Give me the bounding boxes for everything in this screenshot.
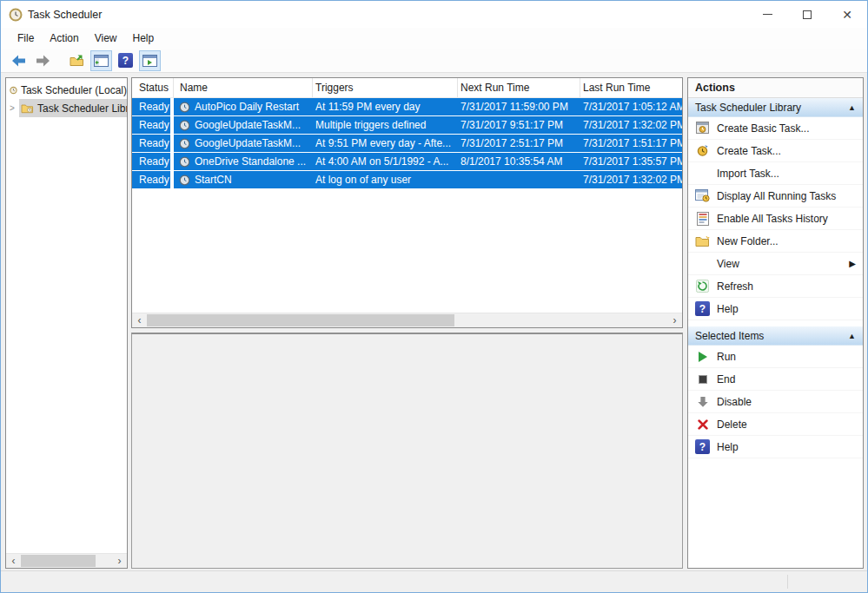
action-label: Import Task...	[717, 168, 779, 180]
menu-action[interactable]: Action	[42, 32, 86, 44]
cell-status: Ready	[132, 135, 170, 152]
clock-icon	[10, 84, 17, 96]
status-bar	[1, 570, 867, 592]
table-row[interactable]: Ready GoogleUpdateTaskM... Multiple trig…	[132, 116, 682, 134]
action-enable-all-tasks-history[interactable]: Enable All Tasks History	[688, 208, 863, 230]
action-create-task[interactable]: Create Task...	[688, 140, 863, 162]
chevron-up-icon[interactable]: ▲	[848, 103, 856, 112]
row-main: GoogleUpdateTaskM... Multiple triggers d…	[174, 116, 682, 134]
table-row[interactable]: Ready StartCN At log on of any user 7/31…	[132, 171, 682, 188]
center-column: Status Name Triggers Next Run Time Last …	[131, 77, 683, 569]
maximize-icon	[803, 10, 812, 19]
action-create-basic-task[interactable]: Create Basic Task...	[688, 117, 863, 140]
column-header-status[interactable]: Status	[132, 78, 174, 97]
table-row[interactable]: Ready GoogleUpdateTaskM... At 9:51 PM ev…	[132, 135, 682, 152]
action-refresh[interactable]: Refresh	[688, 275, 863, 298]
column-header-next-run-time[interactable]: Next Run Time	[458, 78, 580, 97]
up-one-level-button[interactable]	[66, 50, 88, 71]
action-label: View	[717, 258, 739, 270]
import-task-icon	[695, 167, 710, 181]
close-button[interactable]: ✕	[827, 1, 867, 28]
console-tree-panel: Task Scheduler (Local) > Task Scheduler …	[5, 77, 128, 569]
column-header-triggers[interactable]: Triggers	[313, 78, 458, 97]
forward-arrow-icon	[36, 55, 50, 67]
tree-item-selected: Task Scheduler Library	[19, 99, 127, 117]
action-disable[interactable]: Disable	[688, 391, 863, 413]
chevron-up-icon[interactable]: ▲	[848, 332, 856, 340]
task-clock-icon	[179, 175, 190, 186]
minimize-button[interactable]	[747, 1, 787, 28]
preview-pane	[131, 333, 683, 569]
cell-status: Ready	[132, 153, 170, 170]
action-help-selected[interactable]: ? Help	[688, 436, 863, 458]
cell-name: AutoPico Daily Restart	[174, 101, 313, 113]
column-header-name[interactable]: Name	[174, 78, 313, 97]
app-clock-icon	[9, 8, 23, 22]
action-label: Display All Running Tasks	[717, 190, 836, 202]
cell-last-run: 7/31/2017 1:05:12 AM	[580, 101, 682, 113]
help-button[interactable]: ?	[115, 50, 136, 71]
action-new-folder[interactable]: New Folder...	[688, 230, 863, 253]
refresh-icon	[695, 280, 710, 293]
action-run[interactable]: Run	[688, 346, 863, 368]
scroll-left-icon[interactable]: ‹	[132, 314, 147, 327]
row-main: GoogleUpdateTaskM... At 9:51 PM every da…	[174, 135, 682, 152]
section-header-selected-items[interactable]: Selected Items ▲	[688, 326, 863, 346]
action-view[interactable]: View ▶	[688, 253, 863, 275]
task-name: OneDrive Standalone ...	[195, 155, 306, 168]
create-task-icon	[695, 144, 710, 158]
section-header-label: Task Scheduler Library	[695, 102, 801, 114]
show-hide-action-pane-button[interactable]	[139, 50, 161, 71]
column-header-last-run-time[interactable]: Last Run Time	[580, 78, 682, 97]
section-header-task-scheduler-library[interactable]: Task Scheduler Library ▲	[688, 98, 863, 117]
tree-scrollbar-thumb[interactable]	[21, 555, 96, 567]
list-scrollbar-thumb[interactable]	[147, 314, 454, 326]
cell-last-run: 7/31/2017 1:32:02 PM	[580, 174, 682, 186]
action-display-all-running-tasks[interactable]: Display All Running Tasks	[688, 185, 863, 208]
menu-view[interactable]: View	[87, 32, 125, 44]
scroll-left-icon[interactable]: ‹	[6, 555, 21, 568]
maximize-button[interactable]	[787, 1, 827, 28]
display-running-tasks-icon	[695, 189, 710, 203]
cell-triggers: At 9:51 PM every day - Afte...	[313, 137, 458, 149]
tree-horizontal-scrollbar[interactable]: ‹ ›	[6, 553, 127, 568]
title-bar: Task Scheduler ✕	[1, 1, 867, 28]
task-name: StartCN	[195, 174, 232, 186]
table-row[interactable]: Ready OneDrive Standalone ... At 4:00 AM…	[132, 153, 682, 170]
chevron-right-icon[interactable]: >	[10, 103, 19, 113]
action-label: Disable	[717, 396, 752, 408]
section-gap	[688, 320, 863, 326]
cell-triggers: At log on of any user	[313, 174, 458, 186]
action-delete[interactable]: Delete	[688, 413, 863, 436]
menu-help[interactable]: Help	[125, 32, 162, 44]
task-name: GoogleUpdateTaskM...	[195, 137, 301, 149]
view-icon-placeholder	[695, 257, 710, 271]
action-label: Create Basic Task...	[717, 122, 810, 135]
list-horizontal-scrollbar[interactable]: ‹ ›	[132, 313, 682, 327]
action-label: Create Task...	[717, 145, 781, 157]
scroll-right-icon[interactable]: ›	[667, 314, 682, 327]
row-main: AutoPico Daily Restart At 11:59 PM every…	[174, 98, 682, 115]
action-import-task[interactable]: Import Task...	[688, 162, 863, 185]
disable-icon	[695, 395, 710, 409]
cell-triggers: At 11:59 PM every day	[313, 101, 458, 113]
forward-button[interactable]	[32, 50, 54, 71]
action-label: Help	[717, 441, 739, 453]
table-row[interactable]: Ready AutoPico Daily Restart At 11:59 PM…	[132, 98, 682, 115]
cell-last-run: 7/31/2017 1:32:02 PM	[580, 119, 682, 131]
cell-status: Ready	[132, 171, 170, 188]
menu-file[interactable]: File	[10, 32, 42, 44]
scroll-right-icon[interactable]: ›	[112, 555, 127, 568]
task-clock-icon	[179, 156, 190, 168]
tree-item-task-scheduler-library[interactable]: > Task Scheduler Library	[6, 99, 127, 117]
back-button[interactable]	[8, 50, 30, 71]
action-end[interactable]: End	[688, 368, 863, 391]
folder-up-icon	[70, 54, 84, 67]
cell-next-run: 7/31/2017 11:59:00 PM	[458, 101, 580, 113]
tree-item-task-scheduler-local[interactable]: Task Scheduler (Local)	[6, 81, 127, 99]
back-arrow-icon	[11, 55, 26, 67]
show-hide-console-tree-button[interactable]	[90, 50, 112, 71]
action-label: New Folder...	[717, 235, 779, 247]
action-help-library[interactable]: ? Help	[688, 298, 863, 320]
row-main: StartCN At log on of any user 7/31/2017 …	[174, 171, 682, 188]
